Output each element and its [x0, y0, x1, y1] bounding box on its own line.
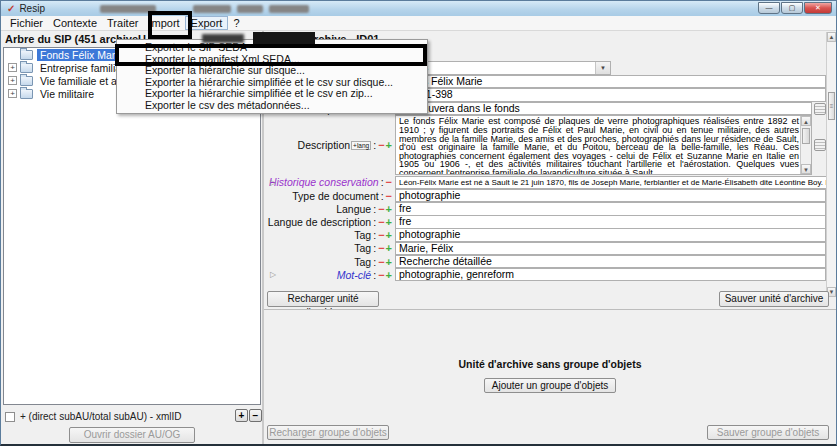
menu-item-contexte[interactable]: Contexte — [48, 17, 102, 29]
add-field-icon[interactable]: + — [386, 242, 392, 254]
redacted-title-text — [237, 5, 263, 13]
menu-item-[interactable]: ? — [228, 17, 244, 29]
scroll-up-icon[interactable]: ▲ — [801, 116, 811, 126]
remove-field-icon[interactable]: − — [378, 139, 384, 151]
window-title: Resip — [19, 3, 45, 14]
form-row: Tag:−+photographie — [264, 229, 826, 242]
form-row: Tag:−+Marie, Félix — [264, 242, 826, 255]
field-input[interactable]: On trouvera dans le fonds — [395, 102, 812, 116]
add-field-icon[interactable]: + — [386, 139, 392, 151]
folder-icon — [20, 76, 33, 86]
add-field-icon[interactable]: + — [386, 256, 392, 268]
field-value-cell: Fonds▼ — [395, 61, 826, 75]
scrollbar-thumb[interactable]: ≡ — [828, 92, 835, 120]
field-input[interactable]: Fonds Félix Marie — [395, 75, 826, 89]
add-field-icon[interactable]: + — [386, 216, 392, 228]
field-label: Historique conservation — [269, 176, 379, 188]
add-field-icon[interactable]: + — [386, 269, 392, 281]
add-field-icon[interactable]: + — [386, 229, 392, 241]
field-input[interactable]: photographie, genreform — [395, 268, 826, 282]
edit-in-dialog-button[interactable] — [814, 103, 826, 115]
remove-field-icon[interactable]: − — [378, 229, 384, 241]
field-label: Description — [298, 139, 351, 151]
form-row: Langue de description:−+fre — [264, 215, 826, 228]
field-label: Langue de description — [268, 216, 371, 228]
chevron-down-icon[interactable]: ▼ — [595, 62, 610, 74]
annotation-box-export-menu — [148, 11, 192, 39]
description-textarea[interactable]: Le fonds Félix Marie est composé de plaq… — [395, 115, 812, 175]
reload-archive-unit-button[interactable]: Recharger unité d'archive — [267, 291, 379, 307]
form-row: Langue:−+fre — [264, 202, 826, 215]
field-input[interactable]: fre — [395, 202, 826, 216]
textarea-scrollbar[interactable]: ▲▼ — [800, 116, 811, 174]
menu-item-traiter[interactable]: Traiter — [102, 17, 143, 29]
field-input[interactable]: Léon-Félix Marie est né à Sault le 21 ju… — [395, 176, 837, 189]
field-value-cell: fre — [395, 202, 826, 216]
remove-field-icon[interactable]: − — [386, 190, 392, 202]
field-colon: : — [381, 190, 384, 202]
tree-expander-icon[interactable]: + — [8, 63, 17, 72]
field-label-cell: Type de document:− — [264, 190, 392, 202]
form-row: Type de document:−photographie — [264, 189, 826, 202]
field-colon: : — [373, 242, 376, 254]
remove-field-icon[interactable]: − — [378, 256, 384, 268]
tree-item-label[interactable]: Vie militaire — [37, 88, 97, 100]
add-object-group-button[interactable]: Ajouter un groupe d'objets — [484, 378, 616, 393]
window-controls: — ▢ ✕ — [757, 2, 832, 14]
field-label-cell: Tag:−+ — [264, 242, 392, 254]
redaction-bar-header — [253, 32, 315, 44]
field-label-cell: ▷Mot-clé:−+ — [264, 269, 392, 281]
export-menu-item[interactable]: Exporter la hiérarchie sur disque... — [117, 65, 427, 77]
scroll-down-icon[interactable]: ▼ — [801, 164, 811, 174]
field-input[interactable]: photographie — [395, 228, 826, 242]
tree-expander-icon[interactable]: + — [8, 89, 17, 98]
form-scrollbar[interactable]: ▲ ≡ ▼ — [826, 32, 836, 297]
field-colon: : — [373, 269, 376, 281]
reload-object-group-button[interactable]: Recharger groupe d'objets — [267, 425, 389, 440]
scroll-up-icon[interactable]: ▲ — [827, 32, 836, 42]
save-archive-unit-button[interactable]: Sauver unité d'archive — [719, 291, 829, 307]
edit-in-dialog-button[interactable] — [814, 139, 826, 151]
tree-item-label[interactable]: Fonds Félix Marie — [37, 49, 126, 61]
minimize-button[interactable]: — — [758, 2, 780, 14]
field-expander-icon[interactable]: ▷ — [270, 270, 276, 279]
redaction-smudge — [202, 34, 244, 43]
field-label: Mot-clé — [337, 269, 371, 281]
close-button[interactable]: ✕ — [804, 2, 832, 14]
remove-field-icon[interactable]: − — [378, 269, 384, 281]
field-value-cell: On trouvera dans le fonds — [395, 102, 826, 116]
field-expander-icon[interactable]: ▷ — [270, 178, 276, 187]
add-field-icon[interactable]: + — [386, 203, 392, 215]
object-group-empty-message: Unité d'archive sans groupe d'objets — [264, 358, 836, 370]
menu-item-fichier[interactable]: Fichier — [5, 17, 48, 29]
export-menu-item[interactable]: Exporter la hiérarchie simplifiée et le … — [117, 88, 427, 100]
field-input[interactable]: photographie — [395, 189, 826, 203]
subau-checkbox-label: + (direct subAU/total subAU) - xmlID — [20, 411, 181, 422]
field-value-cell: fre — [395, 215, 826, 229]
field-colon: : — [373, 216, 376, 228]
field-value-cell: Le fonds Félix Marie est composé de plaq… — [395, 115, 826, 175]
title-bar: ✓ Resip — ▢ ✕ — [1, 1, 836, 16]
remove-field-icon[interactable]: − — [378, 203, 384, 215]
export-menu-item[interactable]: Exporter le csv des métadonnées... — [117, 100, 427, 112]
field-label-cell: ▷Historique conservation:− — [264, 176, 392, 188]
open-au-og-folder-button[interactable]: Ouvrir dossier AU/OG — [69, 427, 195, 443]
tree-expander-icon[interactable]: + — [8, 76, 17, 85]
scrollbar-thumb[interactable] — [802, 128, 810, 144]
field-label-cell: Description+lang:−+ — [264, 115, 392, 175]
field-input[interactable]: fre — [395, 215, 826, 229]
remove-field-icon[interactable]: − — [378, 216, 384, 228]
maximize-button[interactable]: ▢ — [781, 2, 803, 14]
add-lang-tag-button[interactable]: +lang — [351, 141, 371, 150]
field-input[interactable]: Marie, Félix — [395, 242, 826, 256]
save-object-group-button[interactable]: Sauver groupe d'objets — [707, 425, 829, 440]
tree-add-button[interactable]: + — [235, 409, 248, 422]
subau-count-checkbox[interactable] — [5, 412, 15, 422]
field-input[interactable]: Recherche détaillée — [395, 255, 826, 269]
remove-field-icon[interactable]: − — [386, 176, 392, 188]
remove-field-icon[interactable]: − — [378, 242, 384, 254]
field-value-cell: Fonds Félix Marie — [395, 75, 826, 89]
tree-remove-button[interactable]: − — [249, 409, 262, 422]
field-input[interactable]: 30 FI 1-398 — [395, 88, 826, 102]
field-value-cell: Marie, Félix — [395, 242, 826, 256]
